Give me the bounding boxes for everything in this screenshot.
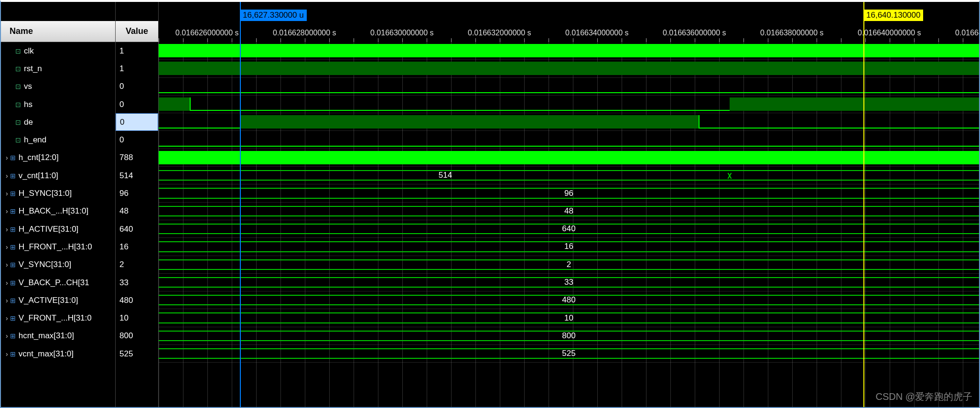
- bus-icon: [10, 331, 19, 341]
- signal-name-label: V_ACTIVE[31:0]: [19, 296, 78, 305]
- value-header[interactable]: Value: [116, 21, 158, 42]
- scalar-icon: [15, 135, 24, 145]
- ruler-minor-tick: [817, 38, 817, 42]
- signal-value-list: 11000078851496486401623348010800525: [116, 42, 158, 363]
- wave-row[interactable]: 800: [159, 327, 979, 345]
- waves-area[interactable]: 51496486401623348010800525: [159, 42, 979, 407]
- signal-name-row[interactable]: V_FRONT_...H[31:0: [1, 309, 115, 327]
- wave-row[interactable]: [159, 42, 979, 60]
- signal-value-row[interactable]: 96: [116, 184, 158, 202]
- signal-name-label: hcnt_max[31:0]: [19, 331, 74, 341]
- signal-name-label: V_BACK_P...CH[31: [19, 278, 89, 288]
- ruler-minor-tick: [232, 38, 232, 42]
- signal-name-row[interactable]: V_ACTIVE[31:0]: [1, 291, 115, 309]
- signal-name-row[interactable]: v_cnt[11:0]: [1, 167, 115, 184]
- bus-value-label: 16: [564, 242, 573, 251]
- ruler-tick-label: 0.016628000000 s: [273, 29, 336, 37]
- bus-transition-icon: [726, 170, 733, 181]
- bus-icon: [10, 171, 19, 181]
- signal-value-row[interactable]: 0: [116, 96, 158, 113]
- wave-row[interactable]: [159, 149, 979, 167]
- wave-row[interactable]: 525: [159, 345, 979, 363]
- ruler-minor-tick: [914, 38, 915, 42]
- signal-value-row[interactable]: 525: [116, 345, 158, 363]
- bus-value-label: 800: [562, 331, 575, 341]
- signal-name-row[interactable]: hcnt_max[31:0]: [1, 327, 115, 345]
- signal-name-label: h_end: [24, 135, 46, 145]
- cursor-yellow[interactable]: [863, 2, 864, 407]
- scalar-icon: [15, 46, 24, 56]
- signal-value-row[interactable]: 788: [116, 149, 158, 167]
- wave-row[interactable]: 640: [159, 220, 979, 238]
- signal-value-row[interactable]: 1: [116, 60, 158, 77]
- wave-row[interactable]: 48: [159, 203, 979, 220]
- signal-name-row[interactable]: V_BACK_P...CH[31: [1, 274, 115, 291]
- wave-segment: [159, 151, 979, 164]
- signal-name-row[interactable]: H_BACK_...H[31:0]: [1, 203, 115, 220]
- wave-row[interactable]: 96: [159, 184, 979, 202]
- signal-value-row[interactable]: 33: [116, 274, 158, 291]
- signal-name-row[interactable]: H_SYNC[31:0]: [1, 184, 115, 202]
- ruler-tick-label: 0.016640000000 s: [858, 29, 921, 37]
- signal-value-row[interactable]: 0: [116, 131, 158, 149]
- signal-value-row[interactable]: 640: [116, 220, 158, 238]
- wave-row[interactable]: 480: [159, 291, 979, 309]
- signal-name-label: V_SYNC[31:0]: [19, 260, 72, 269]
- wave-row[interactable]: [159, 131, 979, 149]
- signal-value-row[interactable]: 514: [116, 167, 158, 184]
- name-column: Name clkrst_nvshsdeh_endh_cnt[12:0]v_cnt…: [1, 2, 116, 407]
- signal-value-row[interactable]: 10: [116, 309, 158, 327]
- signal-name-row[interactable]: hs: [1, 96, 115, 113]
- signal-name-row[interactable]: clk: [1, 42, 115, 60]
- signal-name-row[interactable]: h_end: [1, 131, 115, 149]
- signal-name-row[interactable]: vs: [1, 78, 115, 96]
- wave-row[interactable]: 2: [159, 256, 979, 274]
- signal-name-row[interactable]: H_ACTIVE[31:0]: [1, 220, 115, 238]
- wave-pane[interactable]: 16,627.330000 u 16,640.130000 0.01662600…: [159, 2, 979, 407]
- top-spacer: [1, 2, 115, 21]
- signal-value-row[interactable]: 0: [116, 113, 158, 131]
- ruler-minor-tick: [963, 38, 963, 42]
- wave-row[interactable]: 33: [159, 274, 979, 291]
- wave-row[interactable]: 16: [159, 238, 979, 256]
- signal-name-row[interactable]: rst_n: [1, 60, 115, 77]
- cursor-blue[interactable]: [240, 2, 241, 407]
- ruler-minor-tick: [792, 38, 793, 42]
- signal-name-row[interactable]: V_SYNC[31:0]: [1, 256, 115, 274]
- bus-value-label: 480: [562, 295, 575, 305]
- bus-icon: [10, 296, 19, 305]
- ruler-tick-label: 0.016630000000 s: [370, 29, 434, 37]
- signal-name-row[interactable]: de: [1, 113, 115, 131]
- wave-row[interactable]: [159, 113, 979, 131]
- signal-value-row[interactable]: 2: [116, 256, 158, 274]
- signal-name-label: vcnt_max[31:0]: [19, 349, 74, 359]
- signal-value-row[interactable]: 48: [116, 203, 158, 220]
- signal-value-row[interactable]: 480: [116, 291, 158, 309]
- wave-row[interactable]: 10: [159, 309, 979, 327]
- signal-name-row[interactable]: H_FRONT_...H[31:0: [1, 238, 115, 256]
- name-header[interactable]: Name: [1, 21, 115, 42]
- cursor-yellow-label[interactable]: 16,640.130000: [863, 10, 923, 21]
- signal-value-row[interactable]: 16: [116, 238, 158, 256]
- wave-row[interactable]: [159, 96, 979, 113]
- signal-value-row[interactable]: 1: [116, 42, 158, 60]
- bus-icon: [10, 225, 19, 234]
- wave-row[interactable]: [159, 78, 979, 96]
- time-ruler[interactable]: 0.016626000000 s0.016628000000 s0.016630…: [159, 21, 979, 42]
- cursor-blue-label[interactable]: 16,627.330000 u: [240, 10, 307, 21]
- wave-segment: [159, 146, 979, 147]
- signal-name-row[interactable]: vcnt_max[31:0]: [1, 345, 115, 363]
- ruler-tick-label: 0.016636000000 s: [663, 29, 726, 37]
- wave-row[interactable]: [159, 60, 979, 77]
- signal-name-row[interactable]: h_cnt[12:0]: [1, 149, 115, 167]
- bus-value-label: 525: [562, 349, 575, 358]
- signal-name-label: vs: [24, 82, 32, 91]
- signal-value-row[interactable]: 0: [116, 78, 158, 96]
- bus-icon: [10, 153, 19, 162]
- wave-row[interactable]: 514: [159, 167, 979, 184]
- signal-value-row[interactable]: 800: [116, 327, 158, 345]
- wave-segment: [730, 97, 979, 111]
- ruler-minor-tick: [743, 38, 744, 42]
- bus-shape: [159, 170, 979, 181]
- ruler-minor-tick: [938, 38, 939, 42]
